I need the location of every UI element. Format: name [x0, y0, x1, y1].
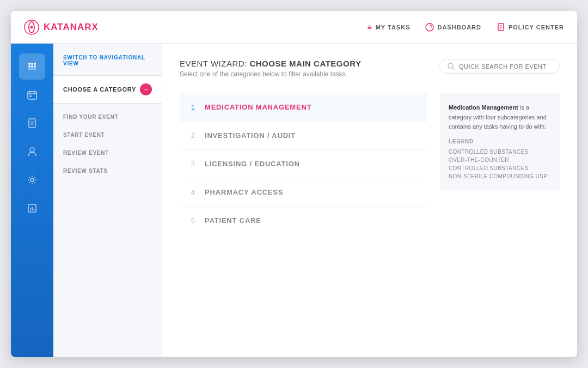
sidebar-icon-apps[interactable]: [19, 53, 45, 80]
dashboard-icon: [425, 23, 434, 32]
category-item-3[interactable]: 3 LICENSING / EDUCATION: [180, 150, 427, 178]
nav-items: FIND YOUR EVENT START EVENT REVIEW EVENT…: [53, 104, 162, 180]
svg-point-15: [28, 68, 30, 70]
category-num-2: 2: [186, 131, 195, 140]
svg-point-12: [28, 65, 30, 68]
switch-navigational-view[interactable]: SWITCH TO NAVIGATIONAL VIEW: [53, 44, 162, 76]
category-label-3: LICENSING / EDUCATION: [205, 160, 300, 168]
choose-category-nav[interactable]: CHOOSE A CATEGORY →: [53, 76, 162, 104]
svg-point-10: [31, 63, 33, 65]
page-subtitle: Select one of the categories below to fi…: [180, 70, 361, 78]
legend-item-4: NON-STERILE COMPOUNDING USP: [449, 172, 551, 180]
legend-item-3: CONTROLLED SUBSTANCES: [449, 164, 551, 172]
info-panel: Medication Management is a category with…: [440, 93, 560, 190]
my-tasks-link[interactable]: ≡ MY TASKS: [367, 23, 410, 32]
policy-icon: [497, 23, 505, 32]
app-window: KATANARX ≡ MY TASKS DASHBOARD: [11, 11, 577, 357]
category-num-3: 3: [186, 160, 195, 168]
category-label-1: MEDICATION MANAGEMENT: [205, 103, 311, 111]
sidebar-icon-user[interactable]: [19, 138, 45, 165]
category-num-1: 1: [186, 103, 195, 111]
svg-point-4: [426, 23, 433, 31]
search-icon: [448, 63, 455, 70]
svg-point-16: [31, 68, 33, 70]
arrow-circle-icon: →: [140, 83, 152, 95]
title-block: EVENT WIZARD: CHOOSE MAIN CATEGORY Selec…: [180, 59, 361, 78]
legend-item-2: OVER-THE-COUNTER: [449, 156, 551, 164]
category-item-4[interactable]: 4 PHARMACY ACCESS: [180, 178, 427, 207]
content-header: EVENT WIZARD: CHOOSE MAIN CATEGORY Selec…: [180, 59, 560, 78]
category-label-5: PATIENT CARE: [205, 216, 261, 225]
svg-rect-22: [30, 95, 32, 97]
category-body: 1 MEDICATION MANAGEMENT 2 INVESTIGATION …: [180, 93, 560, 342]
icon-sidebar: [11, 44, 53, 357]
search-input[interactable]: [459, 63, 552, 70]
dashboard-link[interactable]: DASHBOARD: [425, 23, 481, 32]
sidebar-icon-report[interactable]: [19, 195, 45, 221]
svg-line-34: [452, 68, 455, 70]
svg-point-9: [28, 63, 30, 65]
category-list: 1 MEDICATION MANAGEMENT 2 INVESTIGATION …: [180, 93, 427, 342]
tasks-icon: ≡: [367, 23, 372, 32]
nav-item-review-stats[interactable]: REVIEW STATS: [53, 162, 162, 180]
svg-point-14: [34, 65, 36, 68]
content-area: EVENT WIZARD: CHOOSE MAIN CATEGORY Selec…: [162, 44, 577, 357]
category-num-4: 4: [186, 188, 195, 196]
legend-title: LEGEND: [449, 138, 551, 144]
main-layout: SWITCH TO NAVIGATIONAL VIEW CHOOSE A CAT…: [11, 44, 577, 357]
logo-icon: [24, 20, 39, 35]
policy-center-link[interactable]: POLICY CENTER: [497, 23, 564, 32]
legend-item-1: CONTROLLED SUBSTANCES: [449, 148, 551, 156]
nav-sidebar: SWITCH TO NAVIGATIONAL VIEW CHOOSE A CAT…: [53, 44, 162, 357]
svg-point-17: [34, 68, 36, 70]
category-label-4: PHARMACY ACCESS: [205, 188, 283, 196]
nav-item-find-event[interactable]: FIND YOUR EVENT: [53, 108, 162, 126]
category-num-5: 5: [186, 216, 195, 225]
topbar-right: ≡ MY TASKS DASHBOARD: [367, 23, 564, 32]
category-item-1[interactable]: 1 MEDICATION MANAGEMENT: [180, 93, 427, 122]
nav-item-start-event[interactable]: START EVENT: [53, 126, 162, 144]
svg-point-27: [30, 148, 34, 152]
svg-point-13: [31, 65, 33, 68]
sidebar-icon-calendar[interactable]: [19, 82, 45, 108]
logo-text: KATANARX: [44, 22, 99, 33]
logo-area: KATANARX: [24, 20, 99, 35]
svg-point-28: [30, 178, 34, 182]
svg-rect-18: [28, 92, 36, 99]
category-label-2: INVESTIGATION / AUDIT: [205, 131, 296, 140]
sidebar-icon-settings[interactable]: [19, 167, 45, 193]
svg-point-3: [30, 26, 33, 28]
sidebar-icon-document[interactable]: [19, 110, 45, 136]
page-title: EVENT WIZARD: CHOOSE MAIN CATEGORY: [180, 59, 361, 68]
nav-item-review-event[interactable]: REVIEW EVENT: [53, 144, 162, 162]
info-description: Medication Management is a category with…: [449, 103, 551, 132]
category-item-5[interactable]: 5 PATIENT CARE: [180, 207, 427, 234]
category-item-2[interactable]: 2 INVESTIGATION / AUDIT: [180, 122, 427, 150]
svg-point-11: [34, 63, 36, 65]
topbar: KATANARX ≡ MY TASKS DASHBOARD: [11, 11, 577, 44]
svg-point-33: [448, 63, 453, 68]
search-box[interactable]: [439, 59, 560, 74]
